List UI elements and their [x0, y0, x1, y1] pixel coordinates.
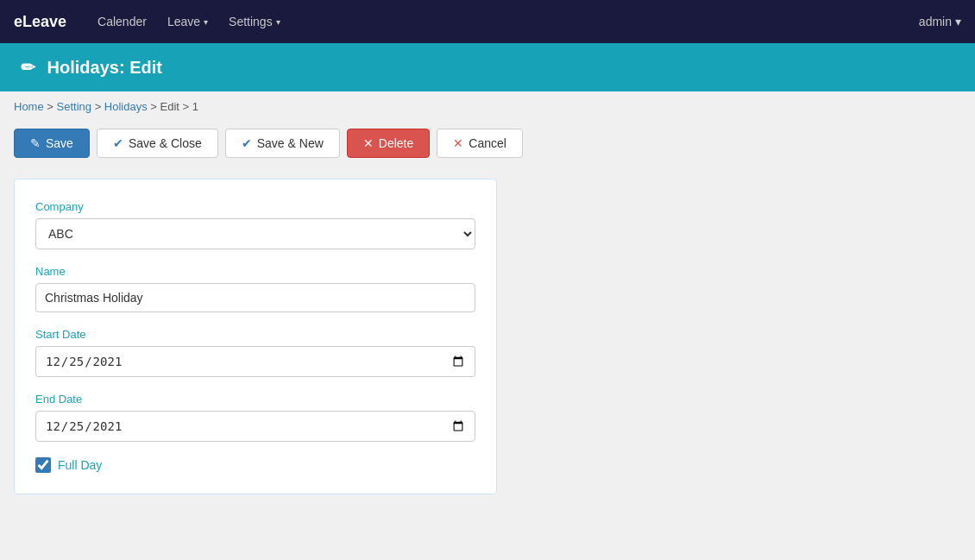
company-group: Company ABC: [35, 200, 475, 249]
navbar: eLeave Calender Leave ▾ Settings ▾ admin…: [0, 0, 975, 43]
check-icon: ✔: [242, 136, 252, 150]
start-date-group: Start Date: [35, 328, 475, 377]
form-card: Company ABC Name Start Date End Date Ful…: [14, 179, 497, 494]
end-date-input[interactable]: [35, 411, 475, 442]
brand-logo[interactable]: eLeave: [14, 13, 66, 31]
page-header: ✏ Holidays: Edit: [0, 43, 975, 91]
name-input[interactable]: [35, 283, 475, 312]
full-day-label: Full Day: [58, 458, 102, 472]
breadcrumb-id: 1: [192, 100, 198, 113]
chevron-down-icon: ▾: [276, 17, 280, 27]
full-day-group: Full Day: [35, 457, 475, 473]
times-icon: ✕: [363, 136, 374, 150]
toolbar: ✎ Save ✔ Save & Close ✔ Save & New ✕ Del…: [0, 122, 975, 165]
start-date-label: Start Date: [35, 328, 475, 341]
company-select[interactable]: ABC: [35, 218, 475, 249]
company-label: Company: [35, 200, 475, 213]
check-icon: ✔: [113, 136, 123, 150]
name-group: Name: [35, 265, 475, 312]
breadcrumb: Home > Setting > Holidays > Edit > 1: [0, 91, 975, 122]
chevron-down-icon: ▾: [955, 15, 961, 28]
full-day-checkbox[interactable]: [35, 457, 51, 473]
nav-leave[interactable]: Leave ▾: [157, 0, 218, 43]
save-close-button[interactable]: ✔ Save & Close: [97, 129, 218, 158]
pencil-icon: ✏: [21, 58, 35, 77]
chevron-down-icon: ▾: [204, 17, 208, 27]
save-button[interactable]: ✎ Save: [14, 129, 90, 158]
save-icon: ✎: [30, 136, 41, 150]
nav-calender[interactable]: Calender: [87, 0, 157, 43]
end-date-group: End Date: [35, 393, 475, 442]
cancel-button[interactable]: ✕ Cancel: [437, 129, 523, 158]
delete-button[interactable]: ✕ Delete: [347, 129, 430, 158]
end-date-label: End Date: [35, 393, 475, 406]
breadcrumb-edit: Edit: [160, 100, 179, 113]
breadcrumb-home[interactable]: Home: [14, 100, 44, 113]
save-new-button[interactable]: ✔ Save & New: [225, 129, 340, 158]
user-menu[interactable]: admin ▾: [919, 15, 961, 28]
breadcrumb-holidays[interactable]: Holidays: [104, 100, 148, 113]
times-icon: ✕: [453, 136, 463, 150]
nav-settings[interactable]: Settings ▾: [218, 0, 291, 43]
page-title: Holidays: Edit: [47, 58, 162, 77]
name-label: Name: [35, 265, 475, 278]
start-date-input[interactable]: [35, 346, 475, 377]
breadcrumb-setting[interactable]: Setting: [57, 100, 91, 113]
